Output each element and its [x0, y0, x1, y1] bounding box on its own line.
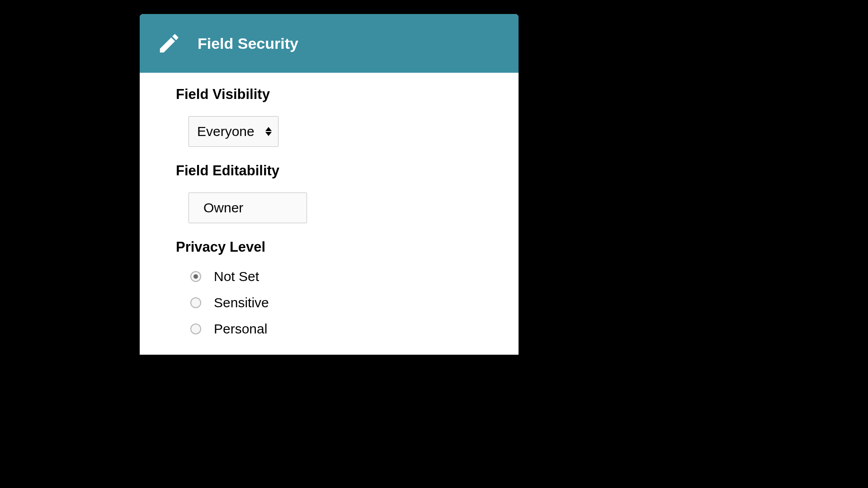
field-editability-value: Owner [203, 200, 243, 215]
field-security-panel: Field Security Field Visibility Everyone… [140, 14, 519, 355]
radio-icon [190, 324, 201, 334]
field-visibility-value: Everyone [197, 124, 255, 139]
panel-header: Field Security [140, 14, 519, 73]
privacy-level-label: Privacy Level [176, 239, 519, 255]
field-editability-select[interactable]: Owner [189, 192, 307, 223]
field-visibility-group: Field Visibility Everyone [176, 86, 519, 147]
privacy-level-group: Privacy Level Not Set Sensitive Personal [176, 239, 519, 337]
panel-body: Field Visibility Everyone Field Editabil… [140, 73, 519, 337]
privacy-level-radio-group: Not Set Sensitive Personal [190, 269, 519, 337]
privacy-option-personal[interactable]: Personal [190, 321, 519, 337]
radio-label: Not Set [214, 269, 259, 284]
field-visibility-select[interactable]: Everyone [189, 116, 278, 147]
field-editability-group: Field Editability Owner [176, 163, 519, 223]
field-editability-label: Field Editability [176, 163, 519, 179]
privacy-option-sensitive[interactable]: Sensitive [190, 295, 519, 310]
select-sort-icon [265, 127, 272, 136]
pencil-icon [157, 31, 181, 56]
radio-icon [190, 297, 201, 308]
radio-label: Personal [214, 321, 267, 337]
panel-title: Field Security [198, 35, 298, 52]
privacy-option-not-set[interactable]: Not Set [190, 269, 519, 284]
field-visibility-label: Field Visibility [176, 86, 519, 103]
radio-label: Sensitive [214, 295, 269, 310]
radio-icon [190, 271, 201, 282]
